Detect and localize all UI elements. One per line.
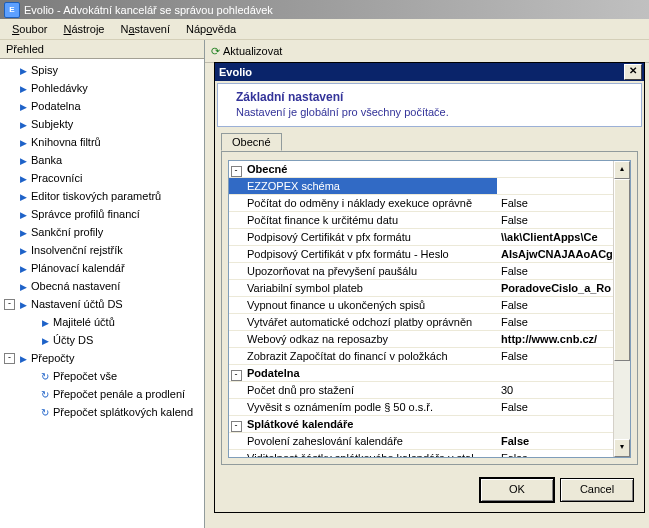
sidebar-item[interactable]: -Nastavení účtů DS <box>0 295 204 313</box>
property-value[interactable]: False <box>497 399 613 415</box>
ok-button[interactable]: OK <box>480 478 554 502</box>
section-toggle-icon <box>229 195 243 211</box>
arrow-icon <box>18 100 28 112</box>
sidebar-item[interactable]: Spisy <box>0 61 204 79</box>
dialog-titlebar[interactable]: Evolio ✕ <box>215 63 644 81</box>
arrow-icon <box>18 64 28 76</box>
toolbar: ⟳ Aktualizovat <box>205 40 649 63</box>
menu-nastroje[interactable]: Nástroje <box>55 21 112 37</box>
scroll-down-button[interactable]: ▾ <box>614 439 630 457</box>
nav-tree[interactable]: SpisyPohledávkyPodatelnaSubjektyKnihovna… <box>0 59 204 528</box>
sidebar-item[interactable]: Plánovací kalendář <box>0 259 204 277</box>
property-section[interactable]: -Splátkové kalendáře <box>229 416 613 433</box>
tree-expander-icon[interactable]: - <box>4 299 15 310</box>
property-name: Vyvěsit s oznámením podle § 50 o.s.ř. <box>243 399 497 415</box>
property-value[interactable]: AIsAjwCNAJAAoACg <box>497 246 613 262</box>
property-row[interactable]: Upozorňovat na převyšení paušáluFalse <box>229 263 613 280</box>
property-value[interactable]: False <box>497 314 613 330</box>
property-value[interactable]: False <box>497 195 613 211</box>
property-row[interactable]: Podpisový Certifikát v pfx formátu - Hes… <box>229 246 613 263</box>
property-row[interactable]: Počítat do odměny i náklady exekuce oprá… <box>229 195 613 212</box>
section-toggle-icon <box>229 280 243 296</box>
scrollbar-vertical[interactable]: ▴ ▾ <box>613 161 630 457</box>
section-toggle-icon[interactable]: - <box>229 161 243 177</box>
sidebar-item[interactable]: Editor tiskových parametrů <box>0 187 204 205</box>
menu-soubor[interactable]: Soubor <box>4 21 55 37</box>
sidebar-item[interactable]: Majitelé účtů <box>0 313 204 331</box>
property-value[interactable] <box>497 178 613 194</box>
scrollbar-track[interactable] <box>614 179 630 439</box>
property-row[interactable]: EZZOPEX schéma <box>229 178 613 195</box>
property-row[interactable]: Webový odkaz na reposazbyhttp://www.cnb.… <box>229 331 613 348</box>
sidebar-item[interactable]: Banka <box>0 151 204 169</box>
property-value[interactable]: False <box>497 450 613 457</box>
property-value[interactable]: False <box>497 433 613 449</box>
menubar: Soubor Nástroje Nastavení Nápověda <box>0 19 649 40</box>
property-grid[interactable]: -ObecnéEZZOPEX schémaPočítat do odměny i… <box>228 160 631 458</box>
menu-napoveda[interactable]: Nápověda <box>178 21 244 37</box>
sidebar-item[interactable]: Správce profilů financí <box>0 205 204 223</box>
property-row[interactable]: Vyvěsit s oznámením podle § 50 o.s.ř.Fal… <box>229 399 613 416</box>
property-row[interactable]: Počítat finance k určitému datuFalse <box>229 212 613 229</box>
scrollbar-thumb[interactable] <box>614 179 630 361</box>
property-row[interactable]: Zobrazit Započítat do financí v položkác… <box>229 348 613 365</box>
property-row[interactable]: Podpisový Certifikát v pfx formátu\\ak\C… <box>229 229 613 246</box>
toolbar-refresh-button[interactable]: ⟳ Aktualizovat <box>207 44 286 59</box>
section-toggle-icon[interactable]: - <box>229 365 243 381</box>
sidebar-item-label: Spisy <box>31 64 58 76</box>
property-value[interactable]: http://www.cnb.cz/ <box>497 331 613 347</box>
sidebar-item[interactable]: Pracovníci <box>0 169 204 187</box>
arrow-icon <box>18 154 28 166</box>
sidebar-item[interactable]: Přepočet vše <box>0 367 204 385</box>
property-section[interactable]: -Obecné <box>229 161 613 178</box>
arrow-icon <box>18 262 28 274</box>
property-value[interactable]: False <box>497 263 613 279</box>
close-icon[interactable]: ✕ <box>624 64 642 80</box>
property-value[interactable]: False <box>497 348 613 364</box>
sidebar-item[interactable]: Obecná nastavení <box>0 277 204 295</box>
section-toggle-icon <box>229 331 243 347</box>
sidebar-item[interactable]: Insolvenční rejstřík <box>0 241 204 259</box>
sidebar-item-label: Správce profilů financí <box>31 208 140 220</box>
section-toggle-icon <box>229 178 243 194</box>
dialog-banner-subtitle: Nastavení je globální pro všechny počíta… <box>236 106 623 118</box>
property-row[interactable]: Vypnout finance u ukončených spisůFalse <box>229 297 613 314</box>
section-toggle-icon[interactable]: - <box>229 416 243 432</box>
property-value[interactable]: 30 <box>497 382 613 398</box>
arrow-icon <box>18 172 28 184</box>
sidebar-item[interactable]: Přepočet splátkových kalend <box>0 403 204 421</box>
property-value[interactable]: PoradoveCislo_a_Ro <box>497 280 613 296</box>
sidebar-item-label: Subjekty <box>31 118 73 130</box>
sidebar-item[interactable]: Podatelna <box>0 97 204 115</box>
property-value[interactable]: False <box>497 297 613 313</box>
scroll-up-button[interactable]: ▴ <box>614 161 630 179</box>
tree-expander-icon[interactable]: - <box>4 353 15 364</box>
property-row[interactable]: Vytvářet automatické odchozí platby oprá… <box>229 314 613 331</box>
sidebar-item[interactable]: Subjekty <box>0 115 204 133</box>
settings-dialog: Evolio ✕ Základní nastavení Nastavení je… <box>214 62 645 513</box>
sidebar-item[interactable]: Sankční profily <box>0 223 204 241</box>
section-toggle-icon <box>229 382 243 398</box>
sidebar-item[interactable]: Pohledávky <box>0 79 204 97</box>
sidebar-item[interactable]: Knihovna filtrů <box>0 133 204 151</box>
section-toggle-icon <box>229 297 243 313</box>
tab-obecne[interactable]: Obecné <box>221 133 282 151</box>
property-row[interactable]: Povolení zaheslování kalendářeFalse <box>229 433 613 450</box>
property-row[interactable]: Viditelnost částky splátkového kalendáře… <box>229 450 613 457</box>
property-name: Splátkové kalendáře <box>243 416 497 432</box>
property-value[interactable]: False <box>497 212 613 228</box>
cancel-button[interactable]: Cancel <box>560 478 634 502</box>
property-section[interactable]: -Podatelna <box>229 365 613 382</box>
menu-nastaveni[interactable]: Nastavení <box>112 21 178 37</box>
property-name: EZZOPEX schéma <box>243 178 497 194</box>
property-value[interactable]: \\ak\ClientApps\Ce <box>497 229 613 245</box>
dialog-title-text: Evolio <box>219 66 252 78</box>
property-row[interactable]: Počet dnů pro stažení30 <box>229 382 613 399</box>
sidebar-item-label: Editor tiskových parametrů <box>31 190 161 202</box>
sidebar-item[interactable]: -Přepočty <box>0 349 204 367</box>
sidebar-item-label: Obecná nastavení <box>31 280 120 292</box>
sidebar-item[interactable]: Účty DS <box>0 331 204 349</box>
sidebar-item-label: Insolvenční rejstřík <box>31 244 123 256</box>
property-row[interactable]: Variabilní symbol platebPoradoveCislo_a_… <box>229 280 613 297</box>
sidebar-item[interactable]: Přepočet penále a prodlení <box>0 385 204 403</box>
